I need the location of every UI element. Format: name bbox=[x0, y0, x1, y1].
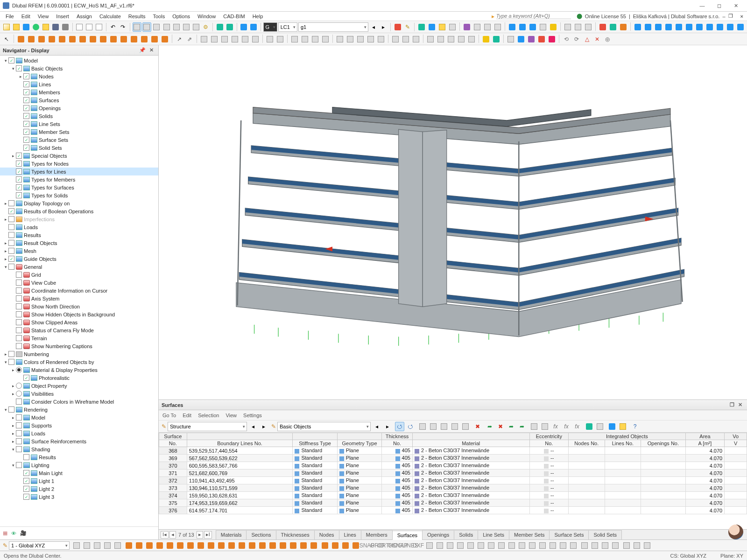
tb1C[interactable] bbox=[726, 22, 735, 32]
tb1s[interactable] bbox=[619, 22, 628, 32]
w3[interactable] bbox=[506, 35, 515, 44]
tree-item-show-clipped-areas[interactable]: Show Clipped Areas bbox=[0, 318, 158, 326]
arr-r1[interactable]: ✖ bbox=[496, 422, 505, 431]
n12[interactable] bbox=[129, 35, 139, 44]
tb-fx[interactable]: fx bbox=[551, 422, 560, 431]
g4[interactable] bbox=[456, 541, 465, 550]
g11[interactable] bbox=[528, 541, 537, 550]
tree-item-types-for-nodes[interactable]: ✓Types for Nodes bbox=[0, 160, 158, 168]
tb1q[interactable] bbox=[598, 22, 607, 32]
tab-first[interactable]: I◂ bbox=[161, 531, 169, 539]
tree-item-shading[interactable]: ▾Shading bbox=[0, 445, 158, 453]
v9[interactable] bbox=[376, 35, 386, 44]
menu-results[interactable]: Results bbox=[125, 13, 149, 20]
tab-openings[interactable]: Openings bbox=[422, 530, 454, 539]
w6[interactable] bbox=[537, 35, 546, 44]
f1[interactable] bbox=[72, 541, 81, 550]
sn5[interactable]: GLINES bbox=[403, 541, 413, 550]
tab-nodes[interactable]: Nodes bbox=[314, 530, 339, 539]
g10[interactable] bbox=[517, 541, 527, 550]
tab-last[interactable]: ▸I bbox=[204, 531, 212, 539]
hdr-gt[interactable]: Geometry Type bbox=[337, 440, 381, 447]
tb1y[interactable] bbox=[684, 22, 694, 32]
tree-item-member-sets[interactable]: ✓Member Sets bbox=[0, 128, 158, 136]
menu-cadbim[interactable]: CAD-BIM bbox=[219, 13, 248, 20]
cs-pencil-icon[interactable]: ✎ bbox=[3, 543, 7, 548]
n14[interactable] bbox=[150, 35, 159, 44]
f14[interactable] bbox=[206, 541, 216, 550]
tree-item-grid[interactable]: Grid bbox=[0, 271, 158, 279]
close-icon[interactable]: ✕ bbox=[148, 47, 155, 53]
h1[interactable] bbox=[580, 541, 589, 550]
tb-c1[interactable] bbox=[585, 422, 594, 431]
gtb3[interactable] bbox=[439, 422, 449, 431]
g7[interactable] bbox=[486, 541, 496, 550]
g13[interactable] bbox=[548, 541, 557, 550]
hdr-eno[interactable]: No. bbox=[529, 440, 569, 447]
w1[interactable] bbox=[481, 35, 491, 44]
hdr-no[interactable]: No. bbox=[159, 440, 187, 447]
x3[interactable]: △ bbox=[582, 35, 592, 44]
submenu-selection[interactable]: Selection bbox=[198, 413, 219, 418]
m1[interactable]: ↗ bbox=[175, 35, 184, 44]
next-obj[interactable]: ▸ bbox=[383, 422, 392, 431]
tree-item-members[interactable]: ✓Members bbox=[0, 88, 158, 96]
tb1x[interactable] bbox=[674, 22, 684, 32]
structure-combo[interactable]: Structure bbox=[168, 422, 247, 431]
refresh-button[interactable] bbox=[31, 22, 40, 32]
tb1a[interactable] bbox=[417, 22, 426, 32]
hdr-tno[interactable]: No. bbox=[382, 440, 413, 447]
f10[interactable] bbox=[165, 541, 175, 550]
tree-item-show-numbering-captions[interactable]: Show Numbering Captions bbox=[0, 342, 158, 350]
tb1j[interactable] bbox=[518, 22, 527, 32]
rx1-button[interactable] bbox=[239, 22, 248, 32]
hdr-integrated[interactable]: Integrated Objects bbox=[569, 433, 686, 440]
tree-item-supports[interactable]: ▸Supports bbox=[0, 421, 158, 429]
table4-button[interactable] bbox=[191, 22, 200, 32]
tree-item-consider-colors-in-wireframe-model[interactable]: Consider Colors in Wireframe Model bbox=[0, 398, 158, 406]
tb-d2[interactable] bbox=[618, 422, 627, 431]
tb1h[interactable] bbox=[493, 22, 502, 32]
tb-a[interactable] bbox=[529, 422, 539, 431]
hdr-surface[interactable]: Surface bbox=[159, 433, 187, 440]
n8[interactable] bbox=[88, 35, 98, 44]
tree-item-results[interactable]: Results bbox=[0, 453, 158, 461]
table-row[interactable]: 372110,941,43,492,495StandardPlane4052 -… bbox=[159, 477, 747, 484]
f22[interactable] bbox=[289, 541, 298, 550]
tb1o[interactable] bbox=[573, 22, 583, 32]
sn6[interactable]: DXF bbox=[414, 541, 423, 550]
arr-g1[interactable]: ➦ bbox=[485, 422, 494, 431]
menu-assign[interactable]: Assign bbox=[73, 13, 96, 20]
h4[interactable] bbox=[611, 541, 620, 550]
f11[interactable] bbox=[176, 541, 185, 550]
w2[interactable] bbox=[492, 35, 501, 44]
hdr-n[interactable]: Nodes No. bbox=[569, 440, 605, 447]
m3[interactable] bbox=[199, 35, 209, 44]
tree-item-numbering[interactable]: ▸Numbering bbox=[0, 350, 158, 358]
tb-d1[interactable] bbox=[607, 422, 617, 431]
hdr-l[interactable]: Lines No. bbox=[605, 440, 641, 447]
nav-tab-data-icon[interactable]: ▦ bbox=[3, 530, 7, 536]
tb1D[interactable] bbox=[736, 22, 745, 32]
g8[interactable] bbox=[497, 541, 506, 550]
tree-item-special-objects[interactable]: ▸✓Special Objects bbox=[0, 152, 158, 160]
tab-lines[interactable]: Lines bbox=[339, 530, 361, 539]
submenu-settings[interactable]: Settings bbox=[243, 413, 262, 418]
sel-mode1[interactable]: ⭯ bbox=[395, 422, 404, 431]
g6[interactable] bbox=[476, 541, 486, 550]
tree-item-solid-sets[interactable]: ✓Solid Sets bbox=[0, 144, 158, 152]
table-row[interactable]: 374159,950,130,628,631StandardPlane4052 … bbox=[159, 492, 747, 499]
tree-item-surface-reinforcements[interactable]: ▸Surface Reinforcements bbox=[0, 437, 158, 445]
tree-item-results-of-boolean-operations[interactable]: ✓Results of Boolean Operations bbox=[0, 207, 158, 215]
tree-item-loads[interactable]: Loads bbox=[0, 223, 158, 231]
tb-fx3[interactable]: fx bbox=[572, 422, 582, 431]
undo-button[interactable]: ↶ bbox=[109, 22, 118, 32]
f27[interactable] bbox=[341, 541, 350, 550]
f20[interactable] bbox=[268, 541, 277, 550]
w5[interactable] bbox=[527, 35, 536, 44]
tb1f[interactable] bbox=[472, 22, 482, 32]
help-icon[interactable]: ? bbox=[630, 422, 640, 431]
tab-next[interactable]: ▸ bbox=[197, 531, 203, 539]
tree-item-light-3[interactable]: ✓Light 3 bbox=[0, 493, 158, 501]
f23[interactable] bbox=[299, 541, 308, 550]
